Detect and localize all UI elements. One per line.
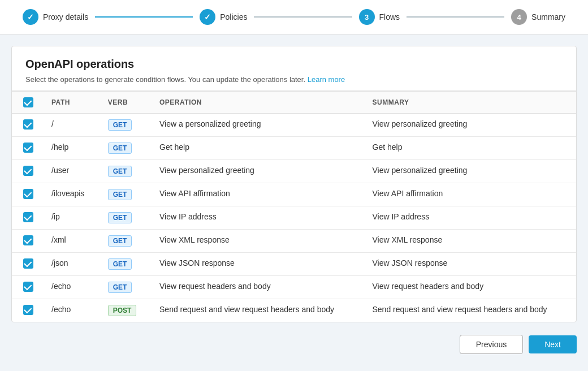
- row-path-4: /ip: [42, 206, 99, 230]
- row-checkbox-cell-4: [12, 206, 42, 230]
- footer: Previous Next: [0, 328, 588, 361]
- row-verb-1: GET: [99, 137, 150, 160]
- table-row: /iloveapisGETView API affirmationView AP…: [12, 183, 576, 206]
- row-checkbox-cell-7: [12, 276, 42, 299]
- row-checkbox-cell-8: [12, 299, 42, 322]
- check-icon-2: ✓: [204, 12, 211, 21]
- step-label-summary: Summary: [531, 12, 565, 21]
- select-all-checkbox[interactable]: [23, 97, 33, 107]
- row-checkbox-3[interactable]: [23, 189, 33, 199]
- step-label-flows: Flows: [379, 12, 400, 21]
- row-operation-4: View IP address: [150, 206, 363, 230]
- row-operation-0: View a personalized greeting: [150, 114, 363, 137]
- row-path-8: /echo: [42, 299, 99, 322]
- table-header-row: PATH VERB OPERATION SUMMARY: [12, 92, 576, 114]
- row-operation-6: View JSON response: [150, 253, 363, 276]
- step-flows: 3 Flows: [359, 9, 400, 25]
- row-checkbox-6[interactable]: [23, 258, 33, 269]
- verb-badge-3: GET: [108, 189, 132, 200]
- row-summary-1: Get help: [364, 137, 577, 160]
- step-circle-flows: 3: [359, 9, 375, 25]
- step-number-flows: 3: [365, 13, 369, 21]
- row-verb-7: GET: [99, 276, 150, 299]
- panel-desc-text: Select the operations to generate condit…: [25, 75, 308, 84]
- row-operation-2: View personalized greeting: [150, 160, 363, 183]
- operations-table: PATH VERB OPERATION SUMMARY /GETView a p…: [12, 91, 576, 322]
- step-summary: 4 Summary: [511, 9, 565, 25]
- row-path-2: /user: [42, 160, 99, 183]
- row-operation-3: View API affirmation: [150, 183, 363, 206]
- row-verb-3: GET: [99, 183, 150, 206]
- verb-badge-2: GET: [108, 166, 132, 177]
- row-path-3: /iloveapis: [42, 183, 99, 206]
- step-proxy-details: ✓ Proxy details: [23, 9, 88, 25]
- row-checkbox-0[interactable]: [23, 119, 33, 130]
- row-checkbox-cell-6: [12, 253, 42, 276]
- row-verb-6: GET: [99, 253, 150, 276]
- stepper: ✓ Proxy details ✓ Policies 3 Flows 4 Sum…: [0, 0, 588, 34]
- step-circle-policies: ✓: [200, 9, 215, 25]
- row-checkbox-1[interactable]: [23, 143, 33, 153]
- row-verb-4: GET: [99, 206, 150, 230]
- panel-header: OpenAPI operations Select the operations…: [12, 46, 576, 90]
- connector-3: [407, 16, 504, 18]
- table-row: /echoGETView request headers and bodyVie…: [12, 276, 576, 299]
- next-button[interactable]: Next: [529, 335, 577, 353]
- main-panel: OpenAPI operations Select the operations…: [11, 46, 577, 322]
- row-path-7: /echo: [42, 276, 99, 299]
- verb-badge-1: GET: [108, 143, 132, 154]
- header-checkbox-cell: [12, 92, 42, 114]
- check-icon: ✓: [27, 12, 34, 21]
- row-summary-4: View IP address: [364, 206, 577, 230]
- row-path-1: /help: [42, 137, 99, 160]
- row-path-6: /json: [42, 253, 99, 276]
- row-path-5: /xml: [42, 230, 99, 253]
- previous-button[interactable]: Previous: [460, 335, 523, 354]
- table-row: /helpGETGet helpGet help: [12, 137, 576, 160]
- header-verb: VERB: [99, 92, 150, 114]
- row-operation-8: Send request and view request headers an…: [150, 299, 363, 322]
- row-operation-7: View request headers and body: [150, 276, 363, 299]
- row-checkbox-cell-3: [12, 183, 42, 206]
- row-checkbox-5[interactable]: [23, 235, 33, 245]
- verb-badge-4: GET: [108, 212, 132, 223]
- header-operation: OPERATION: [150, 92, 363, 114]
- row-checkbox-cell-0: [12, 114, 42, 137]
- row-checkbox-8[interactable]: [23, 305, 33, 315]
- learn-more-link[interactable]: Learn more: [308, 75, 345, 84]
- row-checkbox-4[interactable]: [23, 212, 33, 222]
- row-verb-8: POST: [99, 299, 150, 322]
- header-summary: SUMMARY: [364, 92, 577, 114]
- row-verb-2: GET: [99, 160, 150, 183]
- row-checkbox-cell-5: [12, 230, 42, 253]
- row-summary-6: View JSON response: [364, 253, 577, 276]
- row-path-0: /: [42, 114, 99, 137]
- step-label-proxy-details: Proxy details: [43, 12, 88, 21]
- row-summary-2: View personalized greeting: [364, 160, 577, 183]
- row-checkbox-cell-1: [12, 137, 42, 160]
- row-checkbox-2[interactable]: [23, 166, 33, 176]
- row-checkbox-7[interactable]: [23, 282, 33, 292]
- step-number-summary: 4: [517, 13, 521, 21]
- step-circle-summary: 4: [511, 9, 527, 25]
- table-row: /echoPOSTSend request and view request h…: [12, 299, 576, 322]
- row-verb-0: GET: [99, 114, 150, 137]
- panel-description: Select the operations to generate condit…: [25, 75, 563, 84]
- verb-badge-8: POST: [108, 305, 137, 316]
- step-circle-proxy-details: ✓: [23, 9, 38, 25]
- verb-badge-0: GET: [108, 119, 132, 131]
- verb-badge-5: GET: [108, 235, 132, 247]
- table-row: /xmlGETView XML responseView XML respons…: [12, 230, 576, 253]
- step-policies: ✓ Policies: [200, 9, 247, 25]
- row-summary-7: View request headers and body: [364, 276, 577, 299]
- verb-badge-6: GET: [108, 258, 132, 270]
- table-row: /jsonGETView JSON responseView JSON resp…: [12, 253, 576, 276]
- row-summary-8: Send request and view request headers an…: [364, 299, 577, 322]
- row-summary-3: View API affirmation: [364, 183, 577, 206]
- step-label-policies: Policies: [220, 12, 247, 21]
- row-summary-0: View personalized greeting: [364, 114, 577, 137]
- header-path: PATH: [42, 92, 99, 114]
- connector-2: [254, 16, 352, 18]
- connector-1: [95, 16, 193, 18]
- row-summary-5: View XML response: [364, 230, 577, 253]
